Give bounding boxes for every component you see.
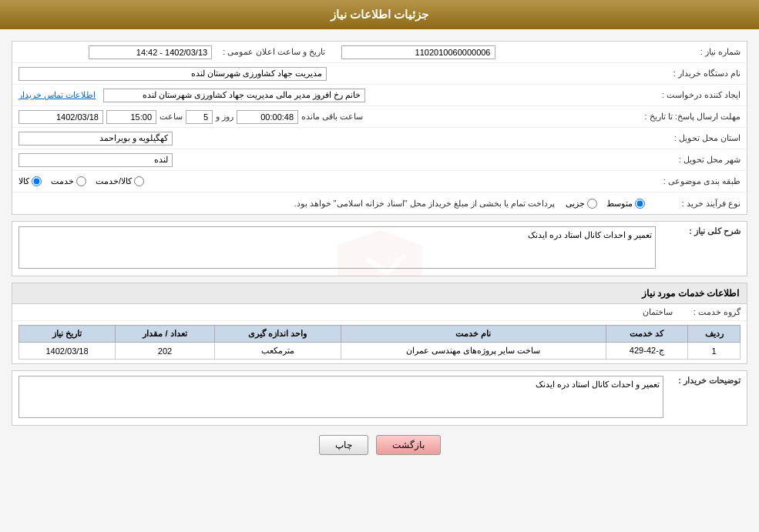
requester-value-cell: اطلاعات تماس خریدار <box>18 89 648 102</box>
contact-link[interactable]: اطلاعات تماس خریدار <box>18 90 96 100</box>
radio-khedmat[interactable] <box>76 176 86 186</box>
purchase-type-cell: متوسط جزیی <box>566 199 645 209</box>
deadline-value-cell: ساعت باقی مانده روز و ساعت <box>18 110 639 124</box>
announcement-input[interactable] <box>89 45 212 59</box>
services-title: اطلاعات خدمات مورد نیاز <box>12 283 747 304</box>
table-container: ردیف کد خدمت نام خدمت واحد اندازه گیری ت… <box>12 321 747 363</box>
cell-service-code: ج-42-429 <box>606 343 687 360</box>
category-radio-group: کالا/خدمت خدمت کالا <box>18 176 144 186</box>
buyer-desc-value-cell: تعمیر و احداث کانال استاد دره ایدنک <box>18 376 663 420</box>
services-section: اطلاعات خدمات مورد نیاز گروه خدمت : ساخت… <box>12 283 747 364</box>
purchase-note: پرداخت تمام یا بخشی از مبلغ خریداز محل "… <box>294 199 555 208</box>
deadline-inline: ساعت باقی مانده روز و ساعت <box>18 110 363 124</box>
row-purchase-type: نوع فرآیند خرید : متوسط جزیی پرداخت تمام… <box>12 192 747 214</box>
col-service-code: کد خدمت <box>606 326 687 343</box>
category-label: طبقه بندی موضوعی : <box>648 176 741 186</box>
radio-mutawaset[interactable] <box>635 199 645 209</box>
main-content: شماره نیاز : تاریخ و ساعت اعلان عمومی : … <box>0 37 759 459</box>
countdown-input[interactable] <box>237 110 298 124</box>
col-unit: واحد اندازه گیری <box>214 326 341 343</box>
group-row: گروه خدمت : ساختمان <box>12 304 747 321</box>
province-label: استان محل تحویل : <box>648 133 741 143</box>
announcement-label: تاریخ و ساعت اعلان عمومی : <box>217 47 325 57</box>
purchase-type-radio-group: متوسط جزیی <box>566 199 645 209</box>
cell-row-num: 1 <box>688 343 741 360</box>
table-header-row: ردیف کد خدمت نام خدمت واحد اندازه گیری ت… <box>19 326 741 343</box>
row-deadline: مهلت ارسال پاسخ: تا تاریخ : ساعت باقی ما… <box>12 106 747 128</box>
back-button[interactable]: بازگشت <box>376 435 441 455</box>
days-label: روز و <box>216 112 233 122</box>
days-input[interactable] <box>186 110 213 124</box>
row-buyer-org: نام دستگاه خریدار : <box>12 63 747 85</box>
deadline-label: مهلت ارسال پاسخ: تا تاریخ : <box>639 112 741 122</box>
category-radios: کالا/خدمت خدمت کالا <box>18 176 648 186</box>
buyer-desc-section: توضیحات خریدار : تعمیر و احداث کانال است… <box>12 370 747 426</box>
print-button[interactable]: چاپ <box>319 435 368 455</box>
cell-unit: مترمکعب <box>214 343 341 360</box>
need-desc-label: شرح کلی نیاز : <box>656 226 741 236</box>
page-header: جزئیات اطلاعات نیاز <box>0 0 759 29</box>
services-table: ردیف کد خدمت نام خدمت واحد اندازه گیری ت… <box>18 325 741 360</box>
city-value-cell <box>18 153 648 167</box>
date-input[interactable] <box>18 110 103 124</box>
purchase-type-jozi[interactable]: جزیی <box>566 199 597 209</box>
cell-service-name: ساخت سایر پروژه‌های مهندسی عمران <box>341 343 606 360</box>
row-tender-number: شماره نیاز : تاریخ و ساعت اعلان عمومی : <box>12 42 747 63</box>
col-quantity: تعداد / مقدار <box>116 326 215 343</box>
buyer-desc-label: توضیحات خریدار : <box>663 376 741 386</box>
category-option-kala-khedmat[interactable]: کالا/خدمت <box>96 176 144 186</box>
row-category: طبقه بندی موضوعی : کالا/خدمت خدمت کالا <box>12 171 747 192</box>
buyer-org-label: نام دستگاه خریدار : <box>648 69 741 79</box>
time-label: ساعت <box>160 112 183 122</box>
watermark: AnataTender <box>326 226 434 276</box>
tender-number-input[interactable] <box>341 45 495 59</box>
group-value: ساختمان <box>643 307 679 317</box>
col-date: تاریخ نیاز <box>19 326 116 343</box>
row-requester: ایجاد کننده درخواست : اطلاعات تماس خریدا… <box>12 85 747 106</box>
requester-label: ایجاد کننده درخواست : <box>648 90 741 100</box>
radio-jozi[interactable] <box>587 199 597 209</box>
table-row: 1 ج-42-429 ساخت سایر پروژه‌های مهندسی عم… <box>19 343 741 360</box>
city-label: شهر محل تحویل : <box>648 155 741 165</box>
tender-number-value-cell <box>341 45 649 59</box>
buyer-org-input[interactable] <box>18 67 327 81</box>
col-service-name: نام خدمت <box>341 326 606 343</box>
col-row-num: ردیف <box>688 326 741 343</box>
row-province: استان محل تحویل : <box>12 128 747 149</box>
buyer-org-value-cell <box>18 67 648 81</box>
cell-date: 1402/03/18 <box>19 343 116 360</box>
purchase-type-mutawaset[interactable]: متوسط <box>606 199 645 209</box>
city-input[interactable] <box>18 153 173 167</box>
requester-input[interactable] <box>103 89 365 102</box>
radio-kala[interactable] <box>32 176 42 186</box>
page-wrapper: جزئیات اطلاعات نیاز شماره نیاز : تاریخ و… <box>0 0 759 532</box>
category-option-kala[interactable]: کالا <box>18 176 42 186</box>
top-info-section: شماره نیاز : تاریخ و ساعت اعلان عمومی : … <box>12 41 747 215</box>
countdown-label: ساعت باقی مانده <box>301 112 363 122</box>
category-option-khedmat[interactable]: خدمت <box>51 176 86 186</box>
province-value-cell <box>18 132 648 146</box>
row-city: شهر محل تحویل : <box>12 149 747 171</box>
province-input[interactable] <box>18 132 173 146</box>
time-input[interactable] <box>106 110 156 124</box>
cell-quantity: 202 <box>116 343 215 360</box>
buyer-desc-textarea[interactable]: تعمیر و احداث کانال استاد دره ایدنک <box>18 376 663 418</box>
button-bar: بازگشت چاپ <box>12 435 747 455</box>
tender-number-label: شماره نیاز : <box>648 47 741 57</box>
group-label: گروه خدمت : <box>679 307 741 317</box>
need-description-section: AnataTender شرح کلی نیاز : تعمیر و احداث… <box>12 221 747 276</box>
purchase-type-label: نوع فرآیند خرید : <box>648 199 741 209</box>
radio-kala-khedmat[interactable] <box>134 176 144 186</box>
page-title: جزئیات اطلاعات نیاز <box>331 8 428 21</box>
